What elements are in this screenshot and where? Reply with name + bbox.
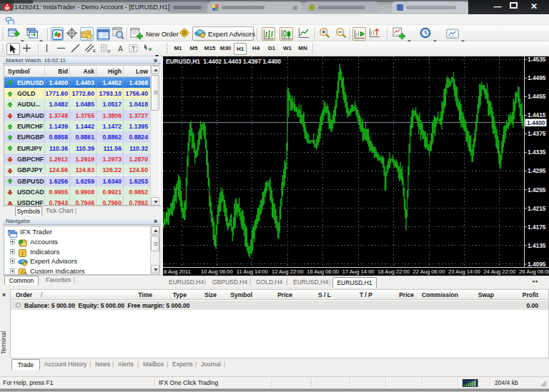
svg-text:1.4455: 1.4455 (528, 93, 546, 100)
svg-text:23 Aug 14:00: 23 Aug 14:00 (448, 268, 480, 275)
svg-text:1.4535: 1.4535 (528, 56, 546, 63)
svg-text:1.4400: 1.4400 (527, 119, 545, 126)
svg-text:1.4175: 1.4175 (528, 223, 546, 231)
svg-text:1.4255: 1.4255 (528, 186, 546, 194)
svg-text:1.4135: 1.4135 (528, 242, 546, 249)
svg-text:E: E (93, 49, 96, 53)
svg-text:1.4215: 1.4215 (528, 205, 546, 212)
svg-text:1.4295: 1.4295 (528, 167, 546, 174)
svg-text:EURUSD,H1 1.4402 1.4403 1.439: EURUSD,H1 1.4402 1.4403 1.4397 1.4400 (166, 58, 281, 65)
svg-text:26 Aug 06:00: 26 Aug 06:00 (519, 268, 549, 275)
svg-text:18 Aug 22:00: 18 Aug 22:00 (377, 268, 410, 275)
svg-text:1.4375: 1.4375 (528, 130, 546, 137)
svg-text:F: F (108, 49, 111, 54)
svg-text:8 Aug 2011: 8 Aug 2011 (164, 268, 191, 275)
svg-text:1.4095: 1.4095 (528, 261, 546, 268)
svg-text:10 Aug 06:00: 10 Aug 06:00 (201, 268, 233, 275)
svg-text:1.4415: 1.4415 (528, 111, 546, 119)
svg-text:17 Aug 14:00: 17 Aug 14:00 (342, 268, 375, 275)
svg-text:1.4495: 1.4495 (528, 74, 546, 81)
svg-text:16 Aug 06:00: 16 Aug 06:00 (307, 268, 339, 275)
svg-text:A: A (118, 45, 123, 53)
svg-text:1.4335: 1.4335 (528, 149, 546, 156)
svg-text:12 Aug 22:00: 12 Aug 22:00 (272, 268, 304, 275)
svg-text:24 Aug 22:00: 24 Aug 22:00 (484, 268, 516, 275)
svg-text:22 Aug 06:00: 22 Aug 06:00 (413, 268, 445, 275)
svg-text:T: T (132, 45, 135, 52)
svg-text:11 Aug 14:00: 11 Aug 14:00 (237, 268, 268, 275)
